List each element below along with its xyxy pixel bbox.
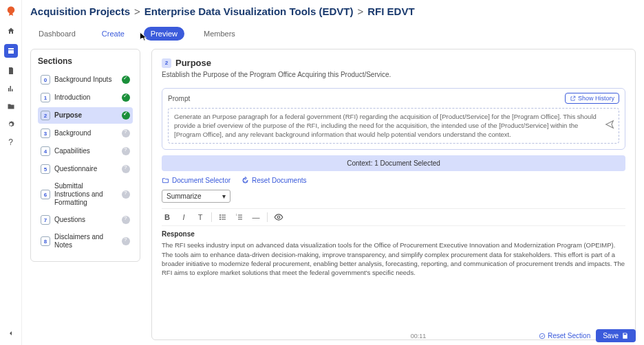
content-footer: 00:11 Reset Section Save [201, 326, 636, 345]
tabs: Dashboard Create Preview Members [30, 27, 636, 41]
svg-rect-8 [238, 219, 242, 220]
section-num: 0 [41, 75, 50, 85]
section-label: Background Inputs [54, 76, 118, 84]
svg-text:1: 1 [236, 214, 237, 216]
document-icon[interactable] [6, 66, 16, 76]
send-icon[interactable] [605, 120, 614, 132]
section-label: Disclaimers and Notes [54, 233, 118, 249]
section-item-1[interactable]: 1Introduction [38, 89, 133, 106]
section-item-6[interactable]: 6Submittal Instructions and Formatting [38, 179, 133, 210]
svg-point-10 [277, 216, 280, 219]
show-history-button[interactable]: Show History [565, 93, 619, 104]
breadcrumb-leaf[interactable]: RFI EDVT [367, 5, 414, 17]
help-icon[interactable]: ? [6, 137, 16, 147]
chevron-right-icon: > [357, 5, 363, 17]
section-num: 2 [41, 111, 50, 120]
svg-point-4 [219, 219, 221, 220]
response-body: The RFI seeks industry input on advanced… [162, 241, 625, 277]
status-done-icon [122, 76, 130, 84]
left-rail: ? [0, 0, 22, 345]
section-label: Purpose [54, 111, 118, 120]
svg-rect-7 [238, 217, 242, 218]
section-label: Introduction [54, 93, 118, 102]
chevron-right-icon: > [134, 5, 140, 17]
section-label: Background [54, 129, 118, 137]
context-bar[interactable]: Context: 1 Document Selected [162, 155, 625, 171]
section-item-4[interactable]: 4Capabilities [38, 143, 133, 159]
app-logo-icon [5, 5, 17, 18]
status-pending-icon [122, 165, 130, 173]
svg-rect-1 [222, 215, 226, 216]
prompt-box: Prompt Show History Generate an Purpose … [162, 88, 625, 150]
status-pending-icon [122, 216, 130, 224]
italic-button[interactable]: I [178, 212, 189, 223]
svg-rect-5 [222, 219, 226, 220]
section-item-7[interactable]: 7Questions [38, 212, 133, 228]
svg-rect-3 [222, 217, 226, 218]
folder-icon[interactable] [6, 102, 16, 111]
chart-icon[interactable] [6, 84, 16, 93]
document-selector-button[interactable]: Document Selector [162, 177, 230, 184]
bold-button[interactable]: B [162, 212, 173, 223]
section-item-2[interactable]: 2Purpose [38, 107, 133, 124]
bullet-list-button[interactable] [217, 212, 228, 223]
content-subtitle: Establish the Purpose of the Program Off… [162, 71, 625, 78]
svg-point-11 [539, 333, 545, 339]
sections-panel: Sections 0Background Inputs1Introduction… [30, 49, 140, 262]
section-item-8[interactable]: 8Disclaimers and Notes [38, 230, 133, 253]
status-pending-icon [122, 237, 130, 245]
section-label: Questions [54, 216, 118, 224]
section-label: Capabilities [54, 147, 118, 155]
text-button[interactable]: T [195, 212, 206, 223]
chevron-down-icon: ▾ [222, 192, 226, 200]
section-num: 1 [41, 93, 50, 102]
svg-rect-6 [238, 215, 242, 216]
numbered-list-button[interactable]: 1 [234, 212, 245, 223]
section-num: 4 [41, 146, 50, 156]
breadcrumb: Acquisition Projects > Enterprise Data V… [30, 5, 636, 17]
svg-point-2 [219, 216, 221, 218]
section-num: 3 [41, 129, 50, 138]
section-item-3[interactable]: 3Background [38, 125, 133, 142]
prompt-label: Prompt [168, 95, 190, 102]
save-button[interactable]: Save [596, 329, 636, 342]
svg-point-0 [219, 214, 221, 216]
status-pending-icon [122, 129, 130, 137]
section-label: Submittal Instructions and Formatting [54, 182, 118, 207]
collapse-rail-icon[interactable] [6, 329, 16, 338]
section-item-5[interactable]: 5Questionnaire [38, 161, 133, 177]
section-label: Questionnaire [54, 165, 118, 173]
breadcrumb-mid[interactable]: Enterprise Data Visualization Tools (EDV… [144, 5, 354, 17]
section-item-0[interactable]: 0Background Inputs [38, 71, 133, 88]
home-icon[interactable] [6, 26, 16, 36]
summarize-select[interactable]: Summarize ▾ [162, 190, 230, 203]
tab-create[interactable]: Create [95, 27, 131, 41]
status-done-icon [122, 111, 130, 120]
section-num: 6 [41, 190, 50, 199]
settings-icon[interactable] [6, 120, 16, 129]
tab-preview[interactable]: Preview [144, 27, 184, 41]
content-panel: 2 Purpose Establish the Purpose of the P… [151, 49, 636, 340]
prompt-textarea[interactable]: Generate an Purpose paragraph for a fede… [168, 108, 619, 144]
section-num: 8 [41, 236, 50, 246]
editor-toolbar: B I T 1 — [162, 208, 625, 226]
breadcrumb-root[interactable]: Acquisition Projects [30, 5, 130, 17]
section-number-badge: 2 [162, 58, 171, 68]
more-button[interactable]: — [250, 212, 261, 223]
section-num: 5 [41, 164, 50, 174]
reset-documents-button[interactable]: Reset Documents [242, 177, 306, 184]
response-label: Response [162, 230, 625, 238]
status-done-icon [122, 93, 130, 102]
sections-title: Sections [38, 56, 133, 66]
status-pending-icon [122, 147, 130, 155]
projects-icon[interactable] [4, 44, 18, 58]
content-title: Purpose [175, 58, 211, 68]
status-pending-icon [122, 190, 130, 199]
section-num: 7 [41, 215, 50, 225]
tab-dashboard[interactable]: Dashboard [32, 27, 83, 41]
timer: 00:11 [411, 333, 427, 340]
reset-section-button[interactable]: Reset Section [539, 332, 590, 340]
tab-members[interactable]: Members [197, 27, 242, 41]
preview-icon[interactable] [273, 212, 284, 223]
